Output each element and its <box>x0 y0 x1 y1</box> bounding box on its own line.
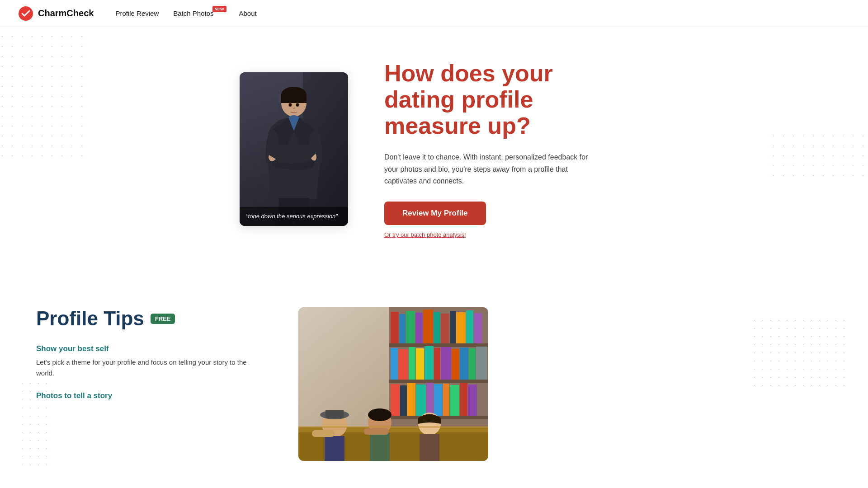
cta-area: Review My Profile <box>384 202 628 231</box>
logo-text: CharmCheck <box>38 8 94 19</box>
svg-rect-31 <box>425 346 434 380</box>
person-illustration <box>240 72 348 226</box>
svg-rect-52 <box>326 410 344 418</box>
svg-rect-24 <box>456 312 466 343</box>
svg-rect-20 <box>423 310 433 343</box>
batch-analysis-link[interactable]: Or try our batch photo analysis! <box>384 231 628 238</box>
profile-card: "tone down the serious expression" <box>240 72 348 226</box>
svg-rect-32 <box>434 348 440 380</box>
svg-rect-29 <box>409 347 415 380</box>
nav-profile-review[interactable]: Profile Review <box>115 9 159 17</box>
tip-1-heading: Show your best self <box>36 344 262 353</box>
hero-image-area: "tone down the serious expression" <box>240 72 348 226</box>
svg-rect-18 <box>406 311 415 343</box>
svg-rect-17 <box>399 314 406 343</box>
navbar: CharmCheck Profile Review Batch Photos N… <box>0 0 868 27</box>
svg-rect-5 <box>281 95 307 103</box>
tips-title-area: Profile Tips FREE <box>36 307 262 330</box>
svg-rect-42 <box>426 383 434 416</box>
tip-2-heading: Photos to tell a story <box>36 391 262 400</box>
dots-right-decoration <box>769 131 868 176</box>
hero-description: Don't leave it to chance. With instant, … <box>384 151 592 187</box>
svg-rect-58 <box>364 428 389 435</box>
tip-item-2: Photos to tell a story <box>36 391 262 400</box>
svg-rect-26 <box>474 313 482 343</box>
svg-rect-46 <box>460 383 467 416</box>
svg-rect-37 <box>476 347 487 380</box>
svg-rect-41 <box>416 385 426 416</box>
review-my-profile-button[interactable]: Review My Profile <box>384 202 486 225</box>
svg-rect-53 <box>325 436 344 461</box>
logo[interactable]: CharmCheck <box>18 6 94 21</box>
svg-rect-47 <box>468 385 477 416</box>
svg-rect-28 <box>398 349 408 380</box>
svg-rect-44 <box>443 384 449 416</box>
dots-bottom-left-decoration <box>18 380 54 470</box>
svg-point-9 <box>289 103 292 107</box>
svg-rect-23 <box>450 311 456 343</box>
svg-rect-33 <box>441 347 451 380</box>
svg-rect-54 <box>312 430 335 437</box>
library-illustration <box>298 307 488 461</box>
svg-rect-43 <box>434 384 443 416</box>
nav-batch-photos[interactable]: Batch Photos NEW <box>173 9 213 17</box>
svg-rect-13 <box>389 343 488 347</box>
hero-title: How does your dating profile measure up? <box>384 60 628 139</box>
svg-rect-14 <box>389 380 488 383</box>
hero-section: "tone down the serious expression" How d… <box>0 27 868 280</box>
svg-rect-36 <box>469 348 476 380</box>
profile-tips-section: Profile Tips FREE Show your best self Le… <box>0 280 868 488</box>
svg-rect-19 <box>415 313 423 343</box>
tips-title-text: Profile Tips <box>36 307 144 330</box>
svg-rect-30 <box>416 348 424 380</box>
logo-icon <box>18 6 33 21</box>
tips-text-area: Profile Tips FREE Show your best self Le… <box>36 307 262 404</box>
svg-rect-39 <box>400 385 407 416</box>
svg-rect-27 <box>391 348 398 380</box>
svg-rect-35 <box>460 347 468 380</box>
svg-rect-45 <box>450 385 459 416</box>
tips-image <box>298 307 488 461</box>
svg-point-10 <box>296 103 299 107</box>
nav-links: Profile Review Batch Photos NEW About <box>115 9 256 17</box>
svg-point-56 <box>368 408 392 421</box>
dots-left-decoration <box>0 32 90 158</box>
tip-1-text: Let's pick a theme for your profile and … <box>36 357 262 379</box>
profile-card-image <box>240 72 348 226</box>
svg-rect-22 <box>441 314 449 343</box>
nav-about[interactable]: About <box>239 9 257 17</box>
batch-photos-badge: NEW <box>212 6 226 12</box>
hero-text-area: How does your dating profile measure up?… <box>384 60 628 239</box>
svg-rect-16 <box>391 312 399 343</box>
svg-rect-25 <box>466 310 473 343</box>
svg-rect-34 <box>452 349 459 380</box>
dots-bottom-right-decoration <box>750 316 850 389</box>
svg-rect-38 <box>391 384 400 416</box>
svg-rect-57 <box>370 433 390 461</box>
card-caption: "tone down the serious expression" <box>240 207 348 226</box>
svg-rect-40 <box>407 383 415 416</box>
free-badge: FREE <box>151 314 175 324</box>
tip-item-1: Show your best self Let's pick a theme f… <box>36 344 262 379</box>
svg-rect-61 <box>298 426 488 428</box>
svg-rect-60 <box>420 434 439 461</box>
svg-rect-21 <box>434 312 440 343</box>
